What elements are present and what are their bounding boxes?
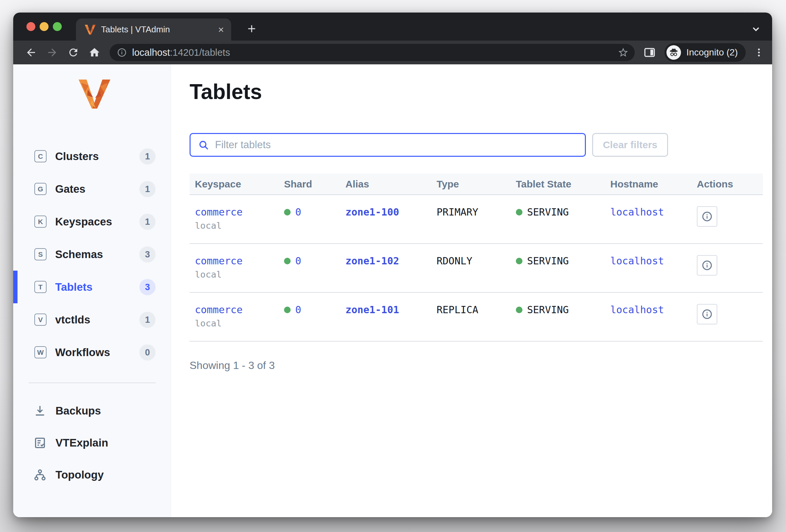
shard-status-dot	[284, 209, 291, 216]
site-info-icon[interactable]	[117, 48, 127, 57]
sidebar-item-label: Workflows	[55, 346, 110, 359]
serving-status-dot	[516, 258, 523, 264]
sidebar-item-topology[interactable]: Topology	[13, 459, 171, 491]
sidebar-item-gates[interactable]: G Gates 1	[13, 173, 171, 205]
sidebar-item-vtctlds[interactable]: V vtctlds 1	[13, 303, 171, 336]
info-icon	[701, 259, 713, 271]
clusters-letter-icon: C	[34, 150, 47, 162]
sidebar-item-label: Keyspaces	[55, 216, 112, 228]
column-header-alias: Alias	[340, 178, 431, 190]
tablet-state: SERVING	[527, 304, 569, 315]
tablet-type: PRIMARY	[431, 195, 511, 243]
count-badge: 1	[139, 214, 156, 230]
shard-link[interactable]: 0	[295, 255, 301, 267]
address-bar[interactable]: localhost:14201/tablets	[110, 44, 635, 61]
browser-toolbar: localhost:14201/tablets	[13, 41, 772, 64]
sidebar-item-tablets[interactable]: T Tablets 3	[13, 271, 171, 303]
clear-filters-button[interactable]: Clear filters	[592, 133, 668, 157]
sidebar-item-vtexplain[interactable]: VTExplain	[13, 427, 171, 459]
incognito-avatar	[667, 45, 681, 60]
chevron-down-icon	[750, 23, 762, 35]
desktop-background: Tablets | VTAdmin ×	[0, 0, 786, 532]
tablet-alias-link[interactable]: zone1-101	[345, 304, 399, 315]
tablet-type: RDONLY	[431, 244, 511, 292]
main-content: Tablets Clear filters Keyspace Shar	[171, 64, 772, 517]
count-badge: 1	[139, 181, 156, 197]
zoom-window-button[interactable]	[53, 22, 62, 31]
close-tab-icon[interactable]: ×	[218, 25, 224, 35]
serving-status-dot	[516, 307, 523, 313]
tablet-actions-button[interactable]	[697, 206, 717, 227]
browser-menu-button[interactable]	[751, 44, 767, 62]
tablets-letter-icon: T	[34, 281, 47, 293]
hostname-link[interactable]: localhost	[610, 206, 664, 218]
count-badge: 1	[139, 148, 156, 164]
home-button[interactable]	[85, 43, 104, 62]
incognito-badge[interactable]: Incognito (2)	[665, 43, 746, 62]
gates-letter-icon: G	[34, 183, 47, 195]
topology-icon	[33, 468, 47, 482]
tablet-type: REPLICA	[431, 293, 511, 341]
tablet-state: SERVING	[527, 206, 569, 218]
back-button[interactable]	[22, 43, 40, 62]
window-controls	[26, 22, 62, 31]
url-text: localhost:14201/tablets	[132, 47, 230, 58]
new-tab-button[interactable]	[245, 21, 259, 36]
sidebar-item-label: Gates	[55, 183, 86, 195]
filter-tablets-input[interactable]	[189, 133, 586, 157]
count-badge: 1	[139, 312, 156, 328]
search-icon	[198, 140, 209, 150]
tablet-alias-link[interactable]: zone1-102	[345, 255, 399, 267]
sidebar: C Clusters 1 G Gates 1 K Keyspaces 1	[13, 64, 171, 517]
tab-title: Tablets | VTAdmin	[101, 24, 213, 35]
tablet-alias-link[interactable]: zone1-100	[345, 206, 399, 218]
minimize-window-button[interactable]	[40, 22, 49, 31]
keyspace-link[interactable]: commerce	[195, 304, 243, 315]
sidebar-divider	[29, 383, 156, 383]
tablet-actions-button[interactable]	[697, 304, 717, 324]
sidebar-item-label: vtctlds	[55, 314, 90, 326]
bookmark-star-icon[interactable]	[618, 47, 629, 58]
close-window-button[interactable]	[26, 22, 35, 31]
table-row: commerce local 0 zone1-100 PRIMARY SERVI…	[189, 195, 763, 244]
table-header-row: Keyspace Shard Alias Type Tablet State H…	[189, 174, 763, 195]
column-header-type: Type	[431, 178, 511, 190]
table-row: commerce local 0 zone1-101 REPLICA SERVI…	[189, 293, 763, 342]
serving-status-dot	[516, 209, 523, 216]
count-badge: 3	[139, 246, 156, 262]
forward-button[interactable]	[43, 43, 62, 62]
tab-strip: Tablets | VTAdmin ×	[13, 13, 772, 41]
url-host: localhost	[132, 47, 170, 58]
hostname-link[interactable]: localhost	[610, 304, 664, 315]
shard-link[interactable]: 0	[295, 304, 301, 315]
sidebar-tools: Backups VTExplain	[13, 395, 171, 491]
sidebar-item-schemas[interactable]: S Schemas 3	[13, 238, 171, 271]
sidebar-item-backups[interactable]: Backups	[13, 395, 171, 427]
table-row: commerce local 0 zone1-102 RDONLY SERVIN…	[189, 244, 763, 293]
filter-row: Clear filters	[189, 133, 772, 157]
browser-tab-tablets[interactable]: Tablets | VTAdmin ×	[76, 19, 231, 41]
kebab-menu-icon	[753, 47, 765, 58]
tablet-actions-button[interactable]	[697, 255, 717, 275]
sidebar-item-keyspaces[interactable]: K Keyspaces 1	[13, 205, 171, 238]
sidebar-item-workflows[interactable]: W Workflows 0	[13, 336, 171, 369]
reload-icon	[67, 47, 79, 58]
column-header-actions: Actions	[692, 178, 763, 190]
side-panel-button[interactable]	[641, 44, 658, 62]
side-panel-icon	[643, 46, 656, 59]
hostname-link[interactable]: localhost	[610, 255, 664, 267]
tablets-table: Keyspace Shard Alias Type Tablet State H…	[189, 174, 763, 342]
keyspace-link[interactable]: commerce	[195, 206, 243, 218]
vtctlds-letter-icon: V	[34, 314, 47, 326]
sidebar-item-label: Backups	[55, 405, 101, 417]
tab-search-button[interactable]	[750, 23, 762, 35]
shard-link[interactable]: 0	[295, 206, 301, 218]
keyspace-link[interactable]: commerce	[195, 255, 243, 267]
sidebar-item-clusters[interactable]: C Clusters 1	[13, 140, 171, 173]
tablet-state: SERVING	[527, 255, 569, 267]
info-icon	[701, 308, 713, 320]
column-header-hostname: Hostname	[605, 178, 692, 190]
filter-box	[189, 133, 586, 157]
reload-button[interactable]	[64, 43, 83, 62]
sidebar-item-label: VTExplain	[55, 437, 108, 449]
